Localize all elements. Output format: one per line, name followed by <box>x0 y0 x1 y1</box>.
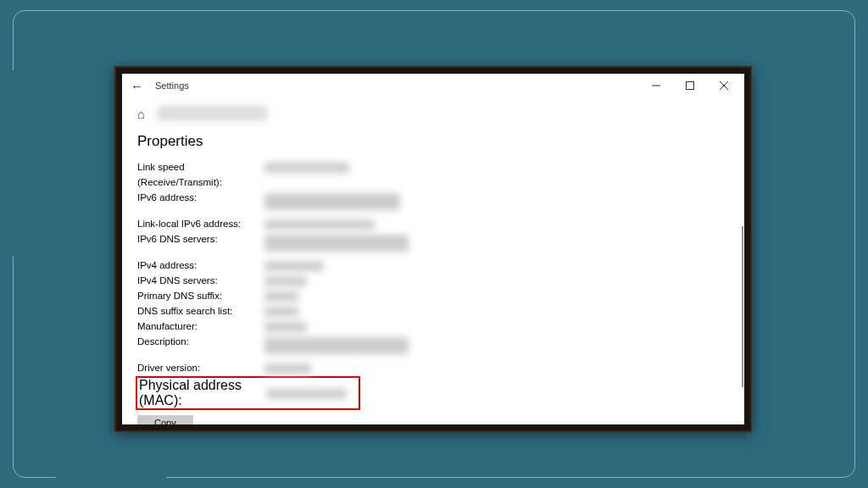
prop-ipv6-address: IPv6 address: <box>137 191 729 210</box>
prop-label: Physical address (MAC): <box>139 378 266 408</box>
window-frame: ← Settings ⌂ Properties <box>114 66 752 432</box>
prop-label: Link-local IPv6 address: <box>137 217 264 232</box>
prop-label: Link speed (Receive/Transmit): <box>137 160 264 191</box>
app-title: Settings <box>155 80 189 91</box>
prop-description: Description: <box>137 335 729 354</box>
prop-label: IPv4 address: <box>137 258 264 274</box>
prop-driver-version: Driver version: <box>137 361 729 376</box>
prop-value-blurred <box>264 276 307 286</box>
back-icon[interactable]: ← <box>131 79 143 93</box>
window-controls <box>639 74 741 97</box>
prop-label: Primary DNS suffix: <box>137 289 264 304</box>
prop-ipv4-address: IPv4 address: <box>137 258 729 274</box>
prop-primary-dns-suffix: Primary DNS suffix: <box>137 289 729 304</box>
titlebar: ← Settings <box>122 74 744 97</box>
prop-manufacturer: Manufacturer: <box>137 319 729 335</box>
home-icon[interactable]: ⌂ <box>137 107 145 121</box>
prop-value-blurred <box>266 389 347 399</box>
prop-value-blurred <box>264 163 349 173</box>
prop-value-blurred <box>264 337 409 354</box>
section-title: Properties <box>137 133 729 150</box>
network-name-blurred <box>157 106 267 121</box>
prop-dns-suffix-search: DNS suffix search list: <box>137 304 729 319</box>
prop-ipv6-dns: IPv6 DNS servers: <box>137 232 729 252</box>
prop-link-local-ipv6: Link-local IPv6 address: <box>137 217 729 232</box>
minimize-button[interactable] <box>639 74 673 97</box>
prop-ipv4-dns: IPv4 DNS servers: <box>137 274 729 289</box>
prop-label: Driver version: <box>137 361 264 376</box>
prop-value-blurred <box>264 291 298 302</box>
prop-label: DNS suffix search list: <box>137 304 264 319</box>
prop-label: Manufacturer: <box>137 319 264 335</box>
prop-link-speed: Link speed (Receive/Transmit): <box>137 160 729 191</box>
scrollbar[interactable] <box>742 226 743 387</box>
prop-value-blurred <box>264 219 375 230</box>
prop-value-blurred <box>264 193 400 210</box>
prop-label: IPv6 address: <box>137 191 264 206</box>
prop-label: IPv6 DNS servers: <box>137 232 264 247</box>
prop-value-blurred <box>264 307 298 317</box>
prop-value-blurred <box>264 322 307 332</box>
prop-label: Description: <box>137 335 264 350</box>
svg-rect-1 <box>687 82 694 90</box>
settings-window: ← Settings ⌂ Properties <box>122 74 744 424</box>
prop-value-blurred <box>264 235 409 252</box>
physical-address-highlight: Physical address (MAC): <box>136 376 360 410</box>
close-button[interactable] <box>707 74 741 97</box>
prop-value-blurred <box>264 363 311 374</box>
prop-label: IPv4 DNS servers: <box>137 274 264 289</box>
prop-value-blurred <box>264 261 324 271</box>
maximize-button[interactable] <box>673 74 707 97</box>
copy-button[interactable]: Copy <box>137 415 193 424</box>
